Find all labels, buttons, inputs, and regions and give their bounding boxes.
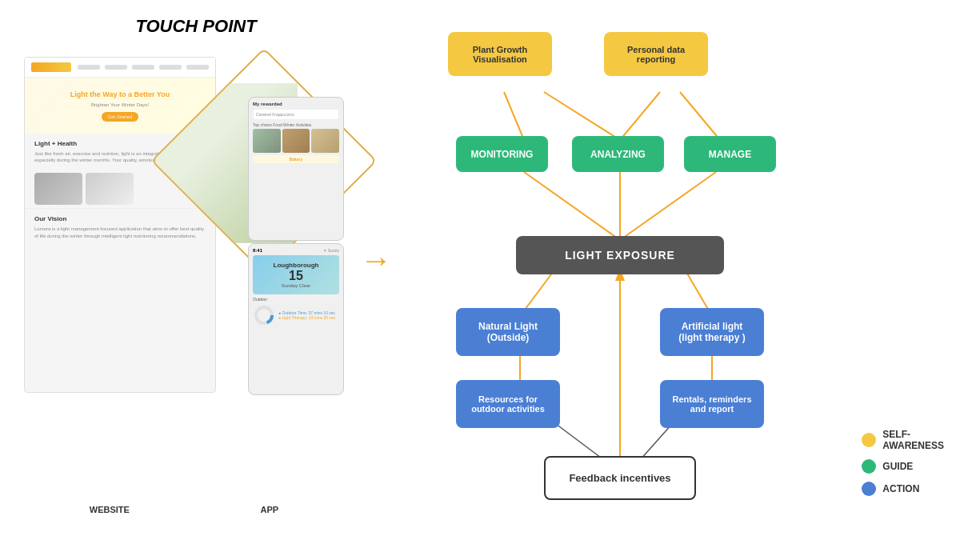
- svg-line-6: [524, 172, 620, 240]
- left-section: TOUCH POINT Light the Way to a Better Yo…: [16, 16, 352, 544]
- app-screen-1: My rewarded Caramel Frappuccino Top choi…: [248, 97, 344, 241]
- website-card-1: [34, 173, 82, 205]
- legend-label-self-awareness: SELF-AWARENESS: [882, 429, 944, 451]
- node-natural-light: Natural Light (Outside): [456, 308, 560, 356]
- node-monitoring: MONITORING: [456, 136, 548, 172]
- app-sunny: ☀ Sunny: [323, 248, 339, 253]
- node-natural-light-text: Natural Light (Outside): [466, 321, 550, 343]
- node-manage-text: MANAGE: [709, 149, 751, 160]
- legend-guide: GUIDE: [862, 459, 944, 474]
- app-city: Loughborough: [259, 262, 333, 269]
- app-screen-1-header: My rewarded: [253, 102, 339, 106]
- website-label: WEBSITE: [90, 505, 130, 514]
- app-food-img-1: [253, 129, 281, 153]
- arrow-container: →: [352, 0, 400, 544]
- node-resources-outdoor-text: Resources for outdoor activities: [466, 394, 550, 414]
- node-rentals: Rentals, reminders and report: [660, 380, 764, 428]
- app-weather-card: Loughborough 15 Sunday Clear: [253, 255, 339, 294]
- node-feedback-text: Feedback incentives: [569, 472, 670, 484]
- app-bakery-badge: Bakery: [253, 155, 339, 163]
- svg-line-5: [680, 92, 720, 140]
- svg-line-4: [620, 92, 660, 140]
- node-light-exposure: LIGHT EXPOSURE: [516, 236, 724, 274]
- legend-action: ACTION: [862, 482, 944, 496]
- node-personal-data: Personal data reporting: [604, 32, 708, 76]
- node-artificial-light-text: Artificial light (light therapy ): [670, 321, 754, 343]
- diagram-container: Plant Growth Visualisation Personal data…: [432, 16, 944, 544]
- svg-line-3: [544, 92, 620, 140]
- app-top-choice: Top choice Food Winter Activities: [253, 122, 339, 127]
- node-analyzing-text: ANALYZING: [590, 149, 646, 160]
- svg-line-13: [556, 424, 604, 460]
- website-btn: Get Started: [102, 112, 139, 122]
- legend-label-guide: GUIDE: [882, 461, 913, 472]
- app-outdoor-donut: ● Outdoor Time: 37 mins 10 sec ● Light T…: [253, 304, 339, 326]
- right-section: Plant Growth Visualisation Personal data…: [400, 16, 944, 544]
- legend-dot-yellow: [862, 433, 876, 447]
- legend: SELF-AWARENESS GUIDE ACTION: [862, 429, 944, 496]
- app-outdoor-stats: ● Outdoor Time: 37 mins 10 sec ● Light T…: [278, 310, 335, 320]
- node-analyzing: ANALYZING: [572, 136, 664, 172]
- donut-chart: [253, 304, 275, 326]
- node-resources-outdoor: Resources for outdoor activities: [456, 380, 560, 428]
- website-card-2: [86, 173, 134, 205]
- app-food-img-2: [282, 129, 310, 153]
- app-screens: My rewarded Caramel Frappuccino Top choi…: [248, 97, 344, 395]
- node-feedback: Feedback incentives: [544, 456, 696, 500]
- svg-line-8: [620, 172, 716, 240]
- right-arrow: →: [360, 242, 392, 278]
- website-logo: [31, 62, 71, 72]
- website-nav: [78, 65, 209, 70]
- app-label: APP: [261, 505, 279, 514]
- app-temp: 15: [259, 269, 333, 283]
- app-food-images: [253, 129, 339, 153]
- app-reward-text: Caramel Frappuccino: [256, 112, 336, 117]
- legend-dot-green: [862, 459, 876, 474]
- legend-label-action: ACTION: [882, 483, 919, 494]
- node-plant-growth: Plant Growth Visualisation: [448, 32, 552, 76]
- app-screen-2: 8:41 ☀ Sunny Loughborough 15 Sunday Clea…: [248, 243, 344, 395]
- node-monitoring-text: MONITORING: [471, 149, 534, 160]
- node-personal-data-text: Personal data reporting: [614, 45, 698, 64]
- node-manage: MANAGE: [684, 136, 776, 172]
- node-light-exposure-text: LIGHT EXPOSURE: [565, 249, 675, 262]
- touch-point-title: TOUCH POINT: [40, 16, 352, 37]
- main-container: TOUCH POINT Light the Way to a Better Yo…: [0, 0, 960, 560]
- node-plant-growth-text: Plant Growth Visualisation: [458, 45, 542, 64]
- mockup-container: Light the Way to a Better You Brighten Y…: [24, 49, 344, 497]
- legend-dot-blue: [862, 482, 876, 496]
- node-artificial-light: Artificial light (light therapy ): [660, 308, 764, 356]
- app-food-img-3: [311, 129, 339, 153]
- app-light-therapy: ● Light Therapy: 13 mins 35 sec: [278, 315, 335, 320]
- node-rentals-text: Rentals, reminders and report: [670, 394, 754, 414]
- svg-line-2: [504, 92, 524, 140]
- svg-line-14: [640, 424, 672, 460]
- app-weather-label: 8:41: [253, 248, 262, 253]
- legend-self-awareness: SELF-AWARENESS: [862, 429, 944, 451]
- app-reward-card: Caramel Frappuccino: [253, 109, 339, 120]
- app-outdoor-label: Outdoor: [253, 297, 339, 302]
- app-screen-2-header: 8:41 ☀ Sunny: [253, 248, 339, 253]
- app-day: Sunday Clear: [259, 283, 333, 288]
- labels-row: WEBSITE APP: [16, 505, 352, 514]
